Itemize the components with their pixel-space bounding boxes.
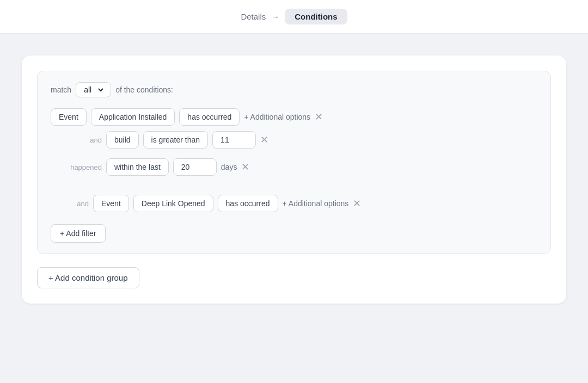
match-suffix: of the conditions: [115,85,173,94]
and-label-2: and [51,200,89,208]
event-pill-1[interactable]: Event [51,108,87,126]
filter-row-1a: and build is greater than ✕ [64,131,537,149]
filter-row-1: Event Application Installed has occurred… [51,108,537,126]
condition-group-1: match all any of the conditions: Event A… [37,71,551,254]
sub-rows-1: and build is greater than ✕ happened wit… [51,131,537,181]
outer-card: match all any of the conditions: Event A… [22,55,566,304]
match-row: match all any of the conditions: [51,82,537,97]
filter-row-2: and Event Deep Link Opened has occurred … [51,195,537,212]
match-select[interactable]: all any [76,82,111,97]
match-label: match [51,85,71,94]
event-value-pill-1[interactable]: Application Installed [91,108,175,126]
top-nav: Details → Conditions [0,0,588,34]
and-label-1a: and [64,136,102,144]
days-label: days [221,163,237,171]
nav-arrow: → [271,12,279,21]
remove-condition-2-btn[interactable]: ✕ [353,199,361,208]
add-condition-group-btn[interactable]: + Add condition group [37,267,139,288]
nav-details[interactable]: Details [241,12,266,21]
remove-condition-1-btn[interactable]: ✕ [315,112,323,122]
additional-options-btn-2[interactable]: + Additional options [283,199,349,208]
additional-options-btn-1[interactable]: + Additional options [244,113,310,121]
remove-sub-1a-btn[interactable]: ✕ [260,135,268,145]
field-pill-1a[interactable]: build [106,131,139,149]
add-filter-btn[interactable]: + Add filter [51,224,106,243]
condition-divider [51,188,537,188]
operator-pill-2[interactable]: has occurred [218,195,278,212]
match-dropdown[interactable]: all any [82,85,105,95]
event-value-pill-2[interactable]: Deep Link Opened [133,195,213,212]
main-content: match all any of the conditions: Event A… [0,34,588,325]
value-input-1b[interactable] [173,158,217,176]
value-input-1a[interactable] [212,131,256,149]
happened-label-1b: happened [64,163,102,171]
field-pill-1b[interactable]: within the last [106,158,169,176]
operator-pill-1a[interactable]: is greater than [143,131,209,149]
event-pill-2[interactable]: Event [93,195,129,212]
operator-pill-1[interactable]: has occurred [179,108,240,126]
remove-sub-1b-btn[interactable]: ✕ [241,162,249,172]
filter-row-1b: happened within the last days ✕ [64,158,537,176]
nav-conditions: Conditions [285,9,347,24]
